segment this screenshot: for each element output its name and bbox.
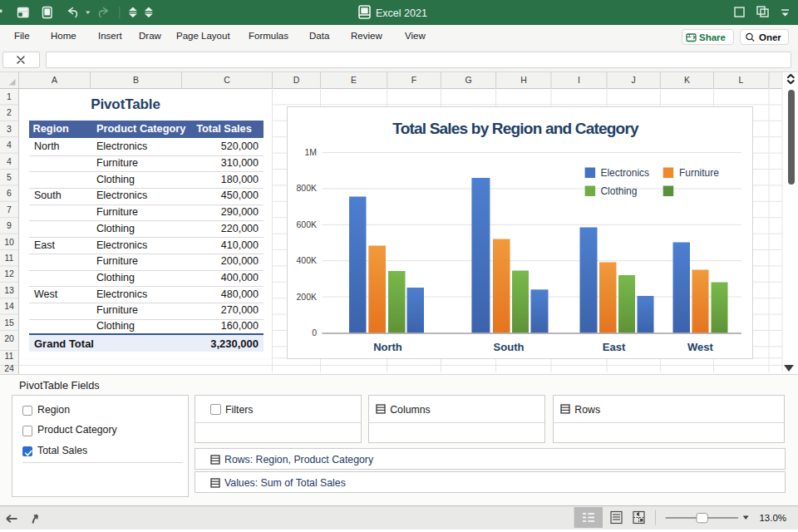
svg-text:24: 24 xyxy=(4,363,14,373)
svg-text:Excel 2021: Excel 2021 xyxy=(376,7,427,19)
svg-text:12: 12 xyxy=(4,268,14,278)
svg-text:Electronics: Electronics xyxy=(600,167,649,179)
svg-text:0: 0 xyxy=(312,328,317,337)
svg-text:G: G xyxy=(465,75,471,85)
svg-text:L: L xyxy=(739,75,744,85)
svg-text:6: 6 xyxy=(7,188,12,198)
svg-text:11: 11 xyxy=(5,253,14,263)
svg-text:K: K xyxy=(684,75,690,85)
svg-text:4: 4 xyxy=(7,156,12,166)
svg-text:East: East xyxy=(603,341,626,353)
svg-text:13: 13 xyxy=(4,285,14,295)
svg-text:H: H xyxy=(520,75,527,85)
svg-text:14: 14 xyxy=(4,301,14,311)
svg-text:5: 5 xyxy=(7,172,12,182)
svg-text:2: 2 xyxy=(7,107,12,117)
svg-text:800K: 800K xyxy=(296,183,317,193)
svg-text:11: 11 xyxy=(5,351,14,361)
svg-text:Total Sales by Region and Cate: Total Sales by Region and Category xyxy=(392,120,639,137)
svg-text:20: 20 xyxy=(4,333,14,343)
svg-text:J: J xyxy=(631,75,635,85)
svg-text:North: North xyxy=(373,341,402,353)
svg-text:400K: 400K xyxy=(296,255,317,265)
svg-text:13.0%: 13.0% xyxy=(759,513,786,523)
svg-text:B: B xyxy=(133,75,139,85)
svg-text:A: A xyxy=(52,75,57,85)
svg-text:4: 4 xyxy=(7,140,12,150)
svg-text:C: C xyxy=(224,75,230,85)
svg-text:200K: 200K xyxy=(296,292,317,302)
svg-text:10: 10 xyxy=(4,237,14,247)
svg-text:3: 3 xyxy=(7,124,12,134)
svg-text:1M: 1M xyxy=(304,147,317,157)
svg-text:I: I xyxy=(578,75,580,85)
svg-text:600K: 600K xyxy=(296,219,317,229)
svg-text:9: 9 xyxy=(7,220,12,230)
svg-text:South: South xyxy=(494,341,525,353)
svg-text:F: F xyxy=(411,75,416,85)
svg-text:1: 1 xyxy=(7,91,12,101)
svg-text:15: 15 xyxy=(4,318,14,328)
svg-text:Furniture: Furniture xyxy=(679,167,719,179)
svg-text:West: West xyxy=(687,341,713,353)
svg-text:Clothing: Clothing xyxy=(600,185,637,197)
svg-text:7: 7 xyxy=(7,204,12,214)
svg-text:D: D xyxy=(293,75,300,85)
svg-text:E: E xyxy=(351,75,357,85)
